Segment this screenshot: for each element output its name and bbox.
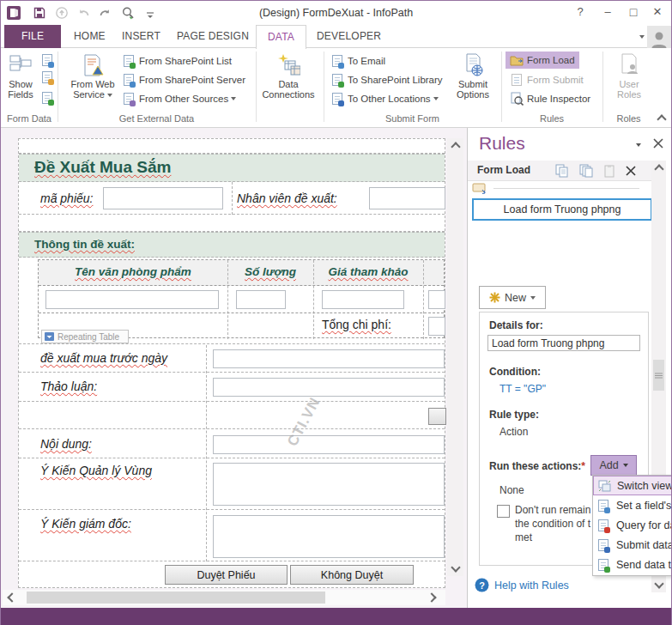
collapse-ribbon-icon[interactable]	[657, 114, 666, 124]
spacer-row	[19, 215, 445, 232]
condition-link[interactable]: TT = "GP"	[499, 383, 546, 395]
tab-home[interactable]: HOME	[63, 25, 117, 48]
canvas-hscrollbar[interactable]	[3, 590, 445, 605]
check-fields-icon[interactable]	[39, 90, 55, 106]
rule-list-item[interactable]: Load form Truong phpng	[472, 198, 652, 221]
from-sharepoint-server-button[interactable]: From SharePoint Server	[122, 71, 245, 88]
new-rule-label: New	[505, 292, 526, 304]
table-price-input[interactable]	[322, 290, 404, 309]
to-other-locations-button[interactable]: To Other Locations	[330, 90, 439, 107]
table-extra-input[interactable]	[428, 290, 445, 309]
rule-type-icon	[472, 181, 487, 197]
form-load-icon	[510, 53, 524, 67]
repeating-table-icon	[45, 332, 54, 341]
dont-run-checkbox[interactable]	[497, 505, 510, 518]
switch-view-icon	[597, 479, 611, 493]
close-button[interactable]: ✕	[646, 3, 669, 21]
empty-row	[19, 402, 445, 429]
rule-inspector-button[interactable]: Rule Inspector	[510, 90, 590, 107]
copy-all-rules-icon[interactable]	[578, 163, 594, 179]
tab-data[interactable]: DATA	[256, 25, 306, 49]
form-top-strip	[19, 139, 445, 154]
ribbon-tab-bar: FILE HOME INSERT PAGE DESIGN DATA DEVELO…	[1, 25, 671, 48]
pane-scroll-up-button[interactable]	[651, 161, 666, 175]
ribbon-options-caret-icon[interactable]	[639, 35, 645, 39]
form-title: Đề Xuất Mua Sắm	[34, 158, 171, 176]
menu-item-send-data[interactable]: Send data to	[593, 555, 672, 574]
y-kien-vung-label: Ý Kiến Quản lý Vùng	[40, 464, 152, 477]
to-email-button[interactable]: To Email	[330, 52, 385, 70]
user-roles-icon	[617, 53, 641, 77]
from-web-service-button[interactable]: From Web Service	[68, 51, 118, 123]
web-service-icon	[81, 53, 105, 77]
pane-scroll-thumb[interactable]	[653, 360, 664, 391]
form-load-button[interactable]: Form Load	[506, 52, 579, 69]
help-with-rules-link[interactable]: ? Help with Rules	[475, 578, 569, 592]
paste-rule-icon[interactable]	[602, 163, 617, 179]
y-kien-gd-textarea[interactable]	[213, 515, 445, 558]
scroll-right-button[interactable]	[425, 590, 440, 605]
repeating-table-tab[interactable]: Repeating Table	[41, 330, 129, 343]
hscroll-thumb[interactable]	[27, 592, 325, 604]
tab-insert[interactable]: INSERT	[111, 25, 172, 48]
form-submit-icon	[510, 73, 524, 87]
noi-dung-label: Nội dung:	[40, 437, 92, 451]
menu-item-submit-data[interactable]: Submit data	[593, 535, 672, 555]
section-info-label: Thông tin đề xuất:	[34, 238, 135, 251]
dropdown-caret-icon	[107, 94, 112, 97]
form-title-band[interactable]: Đề Xuất Mua Sắm	[19, 154, 445, 182]
reject-button[interactable]: Không Duyệt	[290, 565, 414, 585]
scroll-up-button[interactable]	[447, 138, 463, 153]
to-sharepoint-library-button[interactable]: To SharePoint Library	[330, 71, 443, 88]
table-col3-header: Giá tham khảo	[328, 265, 408, 278]
pane-scroll-down-button[interactable]	[651, 578, 666, 592]
scroll-down-button[interactable]	[447, 561, 463, 576]
thao-luan-input[interactable]	[213, 378, 445, 397]
repeating-table[interactable]: Tên văn phòng phẩm Số lượng Giá tham khả…	[38, 259, 445, 338]
show-fields-button[interactable]: Show Fields	[3, 51, 39, 123]
import-fields-icon[interactable]	[39, 70, 55, 85]
minimize-button[interactable]: –	[596, 3, 619, 21]
table-col2-header: Số lượng	[245, 265, 296, 278]
noi-dung-input[interactable]	[213, 435, 445, 454]
add-action-button[interactable]: Add	[590, 455, 637, 476]
maximize-button[interactable]: □	[622, 3, 645, 21]
hidden-button[interactable]	[428, 408, 446, 425]
truoc-ngay-input[interactable]	[213, 349, 445, 368]
user-avatar[interactable]	[647, 26, 671, 48]
table-name-input[interactable]	[45, 290, 219, 309]
user-roles-button[interactable]: User Roles	[608, 51, 651, 123]
status-bar	[1, 608, 671, 625]
help-button[interactable]: ?	[569, 3, 591, 21]
form-submit-button[interactable]: Form Submit	[510, 71, 584, 88]
fields-tree-icon[interactable]	[39, 52, 55, 68]
pane-options-caret-icon[interactable]	[636, 143, 641, 147]
copy-rule-icon[interactable]	[554, 163, 570, 179]
menu-item-switch-view[interactable]: Switch view	[593, 476, 672, 495]
section-info-band[interactable]: Thông tin đề xuất:	[19, 232, 445, 258]
from-sharepoint-list-button[interactable]: From SharePoint List	[122, 52, 232, 70]
menu-item-set-field[interactable]: Set a field's	[593, 495, 672, 515]
data-connections-button[interactable]: Data Connections	[261, 51, 316, 123]
from-other-sources-button[interactable]: From Other Sources	[122, 90, 236, 107]
total-cost-input[interactable]	[428, 317, 445, 336]
title-bar: (Design) FormDeXuat - InfoPath ? – □ ✕	[1, 1, 671, 25]
new-rule-button[interactable]: New	[479, 286, 546, 309]
y-kien-vung-textarea[interactable]	[213, 463, 445, 506]
nhan-vien-label: Nhân viên đề xuất:	[237, 191, 337, 205]
canvas-vscrollbar[interactable]	[447, 138, 463, 576]
ma-phieu-input[interactable]	[103, 187, 223, 209]
table-col1-header: Tên văn phòng phẩm	[75, 265, 191, 278]
approve-button[interactable]: Duyệt Phiếu	[165, 565, 288, 585]
tab-developer[interactable]: DEVELOPER	[306, 25, 392, 48]
tab-page-design[interactable]: PAGE DESIGN	[166, 25, 260, 48]
nhan-vien-input[interactable]	[369, 187, 445, 209]
submit-options-button[interactable]: Submit Options	[450, 51, 496, 123]
pane-close-icon[interactable]	[652, 137, 664, 149]
delete-rule-icon[interactable]	[623, 163, 639, 179]
scroll-left-button[interactable]	[3, 590, 18, 605]
menu-item-query-data[interactable]: Query for da	[593, 515, 672, 535]
tab-file[interactable]: FILE	[4, 25, 61, 48]
table-qty-input[interactable]	[236, 290, 286, 309]
details-for-input[interactable]: Load form Truong phpng	[487, 335, 640, 351]
